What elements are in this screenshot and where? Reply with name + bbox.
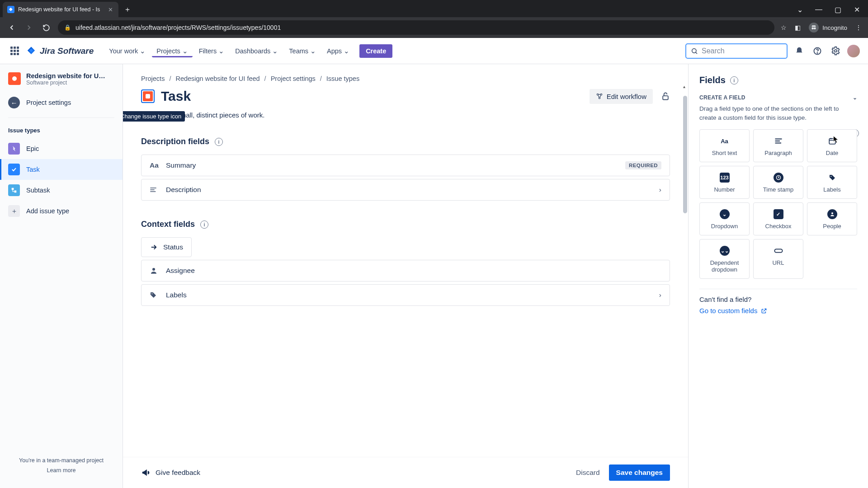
- svg-rect-7: [12, 188, 14, 190]
- close-tab-icon[interactable]: ✕: [107, 6, 114, 13]
- app-switcher-icon[interactable]: [8, 45, 21, 57]
- help-icon[interactable]: [811, 45, 824, 57]
- field-summary[interactable]: Aa Summary REQUIRED: [141, 155, 670, 176]
- project-name: Redesign website for U…: [26, 72, 108, 80]
- plus-icon: ＋: [8, 205, 20, 217]
- chevron-right-icon: ›: [659, 186, 661, 194]
- goto-custom-fields-link[interactable]: Go to custom fields: [699, 307, 857, 314]
- nav-dashboards[interactable]: Dashboards⌄: [231, 45, 283, 57]
- page-title[interactable]: Task: [161, 89, 191, 104]
- fieldtype-timestamp[interactable]: Time stamp: [753, 166, 803, 199]
- settings-icon[interactable]: [829, 45, 842, 57]
- chevron-down-icon: ⌄: [218, 47, 224, 55]
- save-changes-button[interactable]: Save changes: [609, 465, 670, 481]
- create-button[interactable]: Create: [359, 44, 392, 58]
- maximize-icon[interactable]: ▢: [834, 5, 842, 14]
- edit-workflow-button[interactable]: Edit workflow: [590, 89, 653, 104]
- footer-bar: Give feedback Discard Save changes: [123, 457, 688, 488]
- svg-point-14: [151, 293, 152, 294]
- create-field-description: Drag a field type to one of the sections…: [699, 104, 857, 122]
- fieldtype-date[interactable]: Date: [807, 129, 857, 162]
- arrow-right-icon: [150, 243, 158, 251]
- learn-more-link[interactable]: Learn more: [8, 467, 114, 474]
- info-icon[interactable]: i: [200, 221, 208, 229]
- back-arrow-icon: ←: [8, 97, 20, 108]
- back-icon[interactable]: [6, 22, 17, 33]
- description-fields-heading: Description fields: [141, 137, 209, 146]
- sidebar-item-task[interactable]: Task: [0, 159, 123, 180]
- discard-button[interactable]: Discard: [571, 465, 605, 480]
- address-bar[interactable]: 🔒 uifeed.atlassian.net/jira/software/pro…: [58, 20, 774, 35]
- svg-rect-12: [663, 96, 668, 99]
- short-text-icon: Aa: [150, 161, 159, 169]
- url-text: uifeed.atlassian.net/jira/software/proje…: [75, 24, 281, 31]
- nav-apps[interactable]: Apps⌄: [322, 45, 354, 57]
- profile-avatar[interactable]: [847, 45, 860, 57]
- breadcrumb: Projects/ Redesign website for UI feed/ …: [141, 75, 670, 82]
- sidebar-item-epic[interactable]: Epic: [0, 138, 123, 159]
- scrollbar[interactable]: ▴ ▾: [683, 91, 688, 488]
- chevron-down-icon: ⌄: [182, 47, 188, 55]
- create-field-toggle[interactable]: Create a field ⌄: [699, 94, 857, 101]
- notifications-icon[interactable]: [793, 45, 806, 57]
- give-feedback-button[interactable]: Give feedback: [141, 468, 200, 478]
- unlock-icon[interactable]: [661, 92, 670, 101]
- nav-teams[interactable]: Teams⌄: [284, 45, 321, 57]
- search-input[interactable]: Search: [685, 43, 788, 59]
- info-icon[interactable]: i: [215, 138, 223, 146]
- nav-filters[interactable]: Filters⌄: [194, 45, 229, 57]
- svg-point-2: [692, 48, 696, 52]
- crumb-projects[interactable]: Projects: [141, 75, 165, 82]
- crumb-issuetypes[interactable]: Issue types: [326, 75, 359, 82]
- issue-type-description[interactable]: Tasks track small, distinct pieces of wo…: [141, 111, 670, 119]
- menu-icon[interactable]: ⋮: [855, 24, 862, 31]
- incognito-indicator[interactable]: Incognito: [809, 23, 847, 33]
- tab-search-icon[interactable]: ⌄: [796, 5, 804, 14]
- crumb-project[interactable]: Redesign website for UI feed: [175, 75, 259, 82]
- back-to-project-settings[interactable]: ← Project settings: [0, 93, 123, 112]
- jira-logo[interactable]: Jira Software: [26, 46, 94, 56]
- close-window-icon[interactable]: ✕: [853, 5, 861, 14]
- icon-tooltip: Change issue type icon: [123, 111, 185, 122]
- browser-tab-active[interactable]: Redesign website for UI feed - Is ✕: [3, 2, 118, 17]
- field-labels[interactable]: Labels ›: [141, 284, 670, 306]
- search-icon: [691, 47, 698, 55]
- fieldtype-number[interactable]: 123Number: [699, 166, 750, 199]
- sidebar-item-subtask[interactable]: Subtask: [0, 180, 123, 201]
- fields-panel-title: Fields: [699, 75, 726, 85]
- svg-point-13: [152, 268, 155, 271]
- mouse-cursor: [833, 135, 840, 144]
- chevron-down-icon: ⌄: [310, 47, 316, 55]
- chevron-down-icon: ⌄: [853, 94, 857, 101]
- fieldtype-url[interactable]: URL: [753, 239, 803, 279]
- bookmark-icon[interactable]: ☆: [781, 24, 787, 31]
- info-icon[interactable]: i: [730, 76, 738, 84]
- fieldtype-paragraph[interactable]: Paragraph: [753, 129, 803, 162]
- crumb-settings[interactable]: Project settings: [271, 75, 316, 82]
- extensions-icon[interactable]: ◧: [795, 24, 801, 31]
- nav-your-work[interactable]: Your work⌄: [104, 45, 150, 57]
- fieldtype-dependent-dropdown[interactable]: ⌄⌄Dependent dropdown: [699, 239, 750, 279]
- fieldtype-labels[interactable]: Labels: [807, 166, 857, 199]
- fieldtype-dropdown[interactable]: ⌄Dropdown: [699, 202, 750, 235]
- issue-type-icon-button[interactable]: [141, 89, 155, 103]
- incognito-icon: [809, 23, 819, 33]
- lock-icon: 🔒: [64, 24, 71, 31]
- fieldtype-checkbox[interactable]: ✓Checkbox: [753, 202, 803, 235]
- jira-favicon: [7, 6, 14, 13]
- nav-projects[interactable]: Projects⌄: [152, 45, 192, 57]
- megaphone-icon: [141, 468, 151, 478]
- field-status[interactable]: Status: [141, 237, 192, 257]
- reload-icon[interactable]: [41, 22, 52, 33]
- cant-find-field-label: Can't find a field?: [699, 296, 857, 303]
- field-assignee[interactable]: Assignee: [141, 260, 670, 282]
- fieldtype-short-text[interactable]: AaShort text: [699, 129, 750, 162]
- fieldtype-people[interactable]: People: [807, 202, 857, 235]
- sidebar-add-issue-type[interactable]: ＋ Add issue type: [0, 201, 123, 221]
- minimize-icon[interactable]: ―: [815, 5, 823, 14]
- new-tab-button[interactable]: ＋: [121, 3, 134, 16]
- svg-point-4: [817, 52, 817, 53]
- sidebar-group-label: Issue types: [0, 123, 123, 138]
- svg-rect-19: [774, 249, 782, 253]
- field-description[interactable]: Description ›: [141, 179, 670, 201]
